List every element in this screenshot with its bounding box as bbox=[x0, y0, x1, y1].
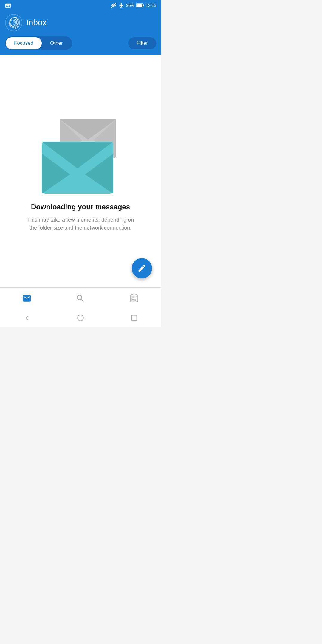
downloading-subtitle: This may take a few moments, depending o… bbox=[24, 216, 137, 232]
svg-point-1 bbox=[7, 4, 8, 6]
home-button[interactable] bbox=[77, 314, 84, 322]
tab-focused[interactable]: Focused bbox=[6, 37, 42, 49]
bottom-nav: 29 bbox=[0, 287, 161, 309]
svg-rect-21 bbox=[131, 315, 137, 320]
back-icon bbox=[23, 314, 31, 322]
search-nav-button[interactable] bbox=[72, 292, 89, 305]
system-nav bbox=[0, 309, 161, 327]
inbox-tabs: Focused Other bbox=[5, 36, 72, 50]
fingerprint-icon bbox=[5, 14, 23, 32]
compose-fab[interactable] bbox=[132, 258, 152, 278]
header: Inbox Focused Other Filter bbox=[0, 11, 161, 55]
main-content: Downloading your messages This may take … bbox=[0, 55, 161, 287]
home-icon bbox=[77, 314, 84, 322]
calendar-icon: 29 bbox=[129, 294, 139, 303]
mail-icon bbox=[22, 294, 32, 303]
inbox-title: Inbox bbox=[26, 18, 47, 27]
battery-icon bbox=[136, 3, 144, 8]
airplane-icon bbox=[118, 2, 124, 8]
mail-nav-button[interactable] bbox=[18, 292, 36, 305]
battery-percent: 96% bbox=[126, 3, 134, 8]
tab-other[interactable]: Other bbox=[42, 37, 71, 49]
photo-icon bbox=[5, 2, 11, 9]
header-tabs: Focused Other Filter bbox=[5, 36, 156, 50]
svg-rect-9 bbox=[137, 4, 142, 7]
back-button[interactable] bbox=[23, 314, 31, 322]
header-top: Inbox bbox=[5, 14, 156, 32]
filter-button[interactable]: Filter bbox=[128, 37, 156, 49]
envelope-illustration bbox=[39, 110, 122, 194]
status-left-area bbox=[5, 2, 11, 9]
recents-button[interactable] bbox=[130, 314, 138, 322]
compose-icon bbox=[137, 264, 146, 273]
wifi-icon bbox=[111, 2, 117, 8]
svg-point-20 bbox=[78, 315, 83, 321]
time-display: 12:13 bbox=[146, 3, 156, 8]
status-bar: 96% 12:13 bbox=[0, 0, 161, 11]
svg-text:29: 29 bbox=[133, 298, 136, 301]
svg-rect-8 bbox=[143, 4, 144, 6]
downloading-title: Downloading your messages bbox=[31, 203, 130, 211]
search-icon bbox=[76, 294, 85, 303]
envelope-front bbox=[42, 142, 107, 191]
calendar-nav-button[interactable]: 29 bbox=[125, 292, 143, 305]
status-icons: 96% 12:13 bbox=[111, 2, 156, 8]
recents-icon bbox=[130, 314, 138, 322]
